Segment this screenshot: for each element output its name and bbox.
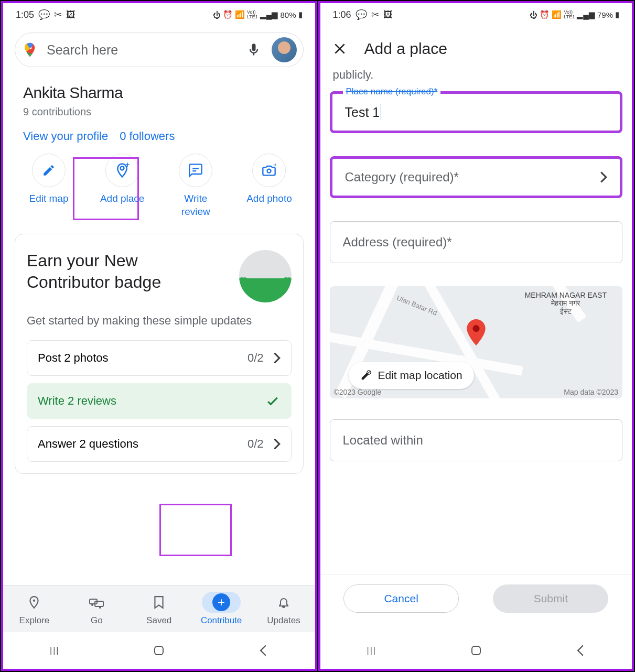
svg-point-4 [33,600,35,602]
map-credit-right: Map data ©2023 [564,388,618,396]
status-battery-saver-icon: ⏻ [530,10,537,19]
svg-rect-9 [155,646,163,655]
followers-link[interactable]: 0 followers [120,129,175,143]
task-post-photos[interactable]: Post 2 photos 0/2 [27,340,292,376]
bottom-nav: Explore Go Saved + Contribute Updates [3,585,315,632]
status-battery-percent: 80% [280,10,296,19]
back-icon[interactable] [576,644,585,657]
edit-map-location-button[interactable]: Edit map location [349,362,474,389]
nav-go[interactable]: Go [68,592,125,626]
view-profile-link[interactable]: View your profile [23,129,108,143]
map-credit-left: ©2023 Google [334,388,382,396]
home-icon[interactable] [470,644,482,657]
contributions-count: 9 contributions [23,106,295,118]
contribute-highlight [159,504,232,556]
mic-icon[interactable] [246,42,261,57]
task-answer-questions[interactable]: Answer 2 questions 0/2 [27,426,292,462]
task-write-reviews[interactable]: Write 2 reviews [27,383,292,419]
badge-icon [239,250,292,302]
status-chat-icon: 💬 [356,9,367,20]
action-row: Edit map + Add place Write review + Add … [3,143,315,222]
category-input[interactable]: Category (required)* [330,156,623,198]
status-image-icon: 🖼 [66,9,76,20]
publicly-text: publicly. [320,68,632,82]
status-bar: 1:05 💬 ✂ 🖼 ⏻ ⏰ 📶 Vo))LTE1 ▂▄▆ 80% ▮ [3,3,315,26]
status-battery-icon: ▮ [298,10,303,19]
status-time: 1:05 [16,9,34,20]
status-cut-icon: ✂ [54,9,62,20]
status-chat-icon: 💬 [38,9,50,20]
status-signal-icon: ▂▄▆ [577,10,595,19]
add-place-button[interactable]: + Add place [93,154,151,218]
status-wifi-icon: 📶 [552,10,562,19]
write-review-button[interactable]: Write review [167,154,224,218]
edit-map-button[interactable]: Edit map [20,154,78,218]
status-battery-saver-icon: ⏻ [213,10,221,19]
status-time: 1:06 [333,9,351,20]
svg-text:+: + [274,163,277,168]
add-photo-button[interactable]: + Add photo [240,154,298,218]
status-alarm-icon: ⏰ [223,10,233,19]
svg-point-10 [472,325,479,332]
address-input[interactable]: Address (required)* [330,221,623,263]
map-preview[interactable]: Ulan Batar Rd MEHRAM NAGAR EAST मेहराम न… [330,286,623,398]
chevron-right-icon [273,352,281,364]
chevron-right-icon [273,438,281,450]
nav-updates[interactable]: Updates [255,592,313,626]
status-bar: 1:06 💬 ✂ 🖼 ⏻ ⏰ 📶 Vo))LTE1 ▂▄▆ 79% ▮ [320,3,632,26]
located-within-input[interactable]: Located within [330,419,623,461]
maps-logo-icon [21,41,38,58]
badge-card: Earn your New Contributor badge Get star… [15,234,304,474]
phone-add-place-screen: 1:06 💬 ✂ 🖼 ⏻ ⏰ 📶 Vo))LTE1 ▂▄▆ 79% ▮ Add … [318,1,634,671]
page-title: Add a place [364,40,447,58]
place-name-input[interactable]: Place name (required)* Test 1 [330,91,623,133]
footer-buttons: Cancel Submit [320,575,632,622]
back-icon[interactable] [259,644,268,657]
profile-name: Ankita Sharma [23,84,295,102]
map-area-label: MEHRAM NAGAR EAST मेहराम नगर ईस्ट [525,291,607,316]
badge-title: Earn your New Contributor badge [27,250,184,293]
status-alarm-icon: ⏰ [540,10,550,19]
status-cut-icon: ✂ [371,9,379,20]
recents-icon[interactable]: ||| [367,646,376,655]
android-system-nav: ||| [3,632,315,669]
plus-icon: + [212,593,230,611]
svg-point-7 [91,604,93,606]
place-name-value: Test 1 [345,105,380,120]
badge-subtitle: Get started by making these simple updat… [27,313,292,329]
category-placeholder: Category (required)* [345,170,459,185]
status-lte-icon: Vo))LTE1 [564,10,575,19]
map-pin-icon [467,319,486,344]
svg-point-8 [99,606,101,609]
submit-button[interactable]: Submit [493,584,608,613]
address-placeholder: Address (required)* [343,235,452,250]
svg-rect-12 [472,646,480,655]
status-signal-icon: ▂▄▆ [260,10,278,19]
phone-contribute-screen: 1:05 💬 ✂ 🖼 ⏻ ⏰ 📶 Vo))LTE1 ▂▄▆ 80% ▮ Sear… [1,1,317,671]
profile-section: Ankita Sharma 9 contributions View your … [3,73,315,143]
svg-text:+: + [125,162,130,169]
home-icon[interactable] [153,644,165,657]
profile-avatar[interactable] [272,37,297,62]
check-icon [265,393,281,409]
add-place-header: Add a place [320,26,632,68]
status-battery-icon: ▮ [615,10,619,19]
recents-icon[interactable]: ||| [50,646,59,655]
status-lte-icon: Vo))LTE1 [247,10,258,19]
status-image-icon: 🖼 [383,9,393,20]
place-name-label: Place name (required)* [343,86,441,97]
nav-saved[interactable]: Saved [130,592,188,626]
status-battery-percent: 79% [597,10,613,19]
search-bar[interactable]: Search here [15,32,304,67]
search-placeholder[interactable]: Search here [47,42,246,58]
located-within-placeholder: Located within [343,433,423,448]
close-icon[interactable] [333,42,347,56]
nav-explore[interactable]: Explore [5,592,63,626]
status-wifi-icon: 📶 [235,10,245,19]
android-system-nav: ||| [320,632,632,669]
svg-point-2 [267,169,271,173]
cancel-button[interactable]: Cancel [343,584,459,613]
nav-contribute[interactable]: + Contribute [192,592,250,626]
chevron-right-icon [600,171,607,183]
